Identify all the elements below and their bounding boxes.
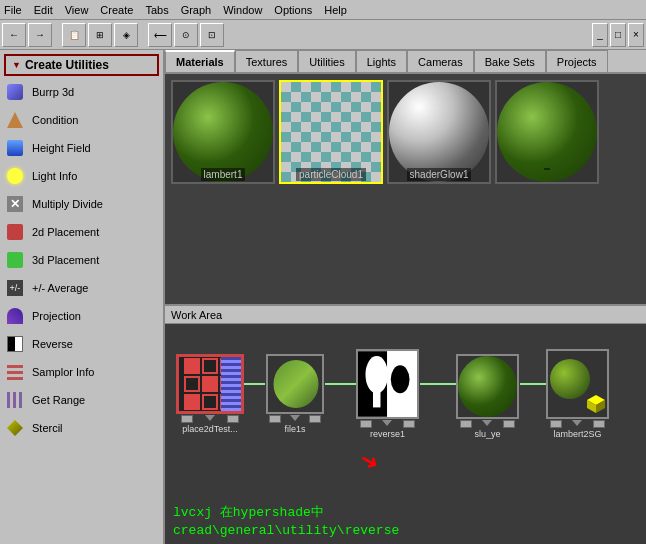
toolbar-arrow-btn[interactable]: ⟵ (148, 23, 172, 47)
menu-window[interactable]: Window (223, 4, 262, 16)
connector-btn[interactable] (550, 420, 562, 428)
menu-graph[interactable]: Graph (181, 4, 212, 16)
create-utilities-header[interactable]: Create Utilities (4, 54, 159, 76)
menu-create[interactable]: Create (100, 4, 133, 16)
node-label: slu_ye (474, 429, 500, 439)
menu-tabs[interactable]: Tabs (145, 4, 168, 16)
material-label: shaderGlow1 (407, 168, 472, 181)
sidebar-item-condition[interactable]: Condition (0, 106, 163, 134)
light-icon (4, 165, 26, 187)
sidebar-item-label: Projection (32, 310, 81, 322)
connector-btn[interactable] (227, 415, 239, 423)
sidebar-item-2d-placement[interactable]: 2d Placement (0, 218, 163, 246)
create-utilities-label: Create Utilities (25, 58, 109, 72)
tab-utilities[interactable]: Utilities (298, 50, 355, 72)
sidebar-item-burrp3d[interactable]: Burrp 3d (0, 78, 163, 106)
svg-rect-7 (373, 389, 380, 408)
sidebar-item-label: +/- Average (32, 282, 88, 294)
tab-textures[interactable]: Textures (235, 50, 299, 72)
tab-projects[interactable]: Projects (546, 50, 608, 72)
node-file1[interactable]: file1s (265, 354, 325, 434)
right-panel: Materials Textures Utilities Lights Came… (165, 50, 646, 544)
connector-arrow[interactable] (572, 420, 582, 426)
sidebar-item-multiply-divide[interactable]: ✕ Multiply Divide (0, 190, 163, 218)
connector-btn[interactable] (269, 415, 281, 423)
materials-area: lambert1 particleCloud1 shaderGlow1 (165, 74, 646, 304)
material-shaderglow1[interactable]: shaderGlow1 (387, 80, 491, 181)
connector-btn[interactable] (181, 415, 193, 423)
tab-lights[interactable]: Lights (356, 50, 407, 72)
material-label (544, 168, 550, 170)
sidebar-item-label: 2d Placement (32, 226, 99, 238)
node-label: reverse1 (370, 429, 405, 439)
sidebar-item-3d-placement[interactable]: 3d Placement (0, 246, 163, 274)
work-area[interactable]: place2dTest... file1s (165, 324, 646, 544)
connector-btn[interactable] (460, 420, 472, 428)
connector-btn[interactable] (309, 415, 321, 423)
node-canvas: place2dTest... file1s (165, 324, 646, 544)
connector-arrow[interactable] (382, 420, 392, 426)
connector-btn[interactable] (503, 420, 515, 428)
main-layout: Create Utilities Burrp 3d Condition Heig… (0, 50, 646, 544)
material-particlecloud1[interactable]: particleCloud1 (279, 80, 383, 181)
sidebar-item-reverse[interactable]: Reverse (0, 330, 163, 358)
node-label: file1s (284, 424, 305, 434)
tabs-row: Materials Textures Utilities Lights Came… (165, 50, 646, 74)
toolbar-minimize-btn[interactable]: _ (592, 23, 608, 47)
sidebar-item-projection[interactable]: Projection (0, 302, 163, 330)
connector-btn[interactable] (360, 420, 372, 428)
connector-arrow[interactable] (482, 420, 492, 426)
sidebar-item-get-range[interactable]: Get Range (0, 386, 163, 414)
placement3d-icon (4, 249, 26, 271)
stercil-icon (4, 417, 26, 439)
menu-help[interactable]: Help (324, 4, 347, 16)
toolbar-back-btn[interactable]: ← (2, 23, 26, 47)
material-lambert1[interactable]: lambert1 (171, 80, 275, 181)
toolbar-close-btn[interactable]: × (628, 23, 644, 47)
info-text-line2: cread\general\utility\reverse (173, 522, 399, 540)
placement2d-icon (4, 221, 26, 243)
menu-view[interactable]: View (65, 4, 89, 16)
node-label: lambert2SG (553, 429, 601, 439)
sidebar-item-label: Light Info (32, 170, 77, 182)
sidebar-item-height-field[interactable]: Height Field (0, 134, 163, 162)
menu-file[interactable]: File (4, 4, 22, 16)
sidebar-item-label: Reverse (32, 338, 73, 350)
connector-btn[interactable] (593, 420, 605, 428)
svg-point-6 (365, 356, 387, 393)
toolbar-diamond-btn[interactable]: ◈ (114, 23, 138, 47)
sidebar-item-average[interactable]: +/- +/- Average (0, 274, 163, 302)
connector-arrow[interactable] (290, 415, 300, 421)
toolbar-copy-btn[interactable]: 📋 (62, 23, 86, 47)
toolbar-square-btn[interactable]: ⊡ (200, 23, 224, 47)
connector-btn[interactable] (403, 420, 415, 428)
material-bottom-green[interactable] (495, 80, 599, 181)
tab-materials[interactable]: Materials (165, 50, 235, 72)
toolbar-maximize-btn[interactable]: □ (610, 23, 626, 47)
node-sluye[interactable]: slu_ye (455, 354, 520, 439)
sidebar-item-label: Get Range (32, 394, 85, 406)
connector-arrow[interactable] (205, 415, 215, 421)
materials-grid: lambert1 particleCloud1 shaderGlow1 (171, 80, 640, 181)
menu-edit[interactable]: Edit (34, 4, 53, 16)
sidebar-item-stercil[interactable]: Stercil (0, 414, 163, 442)
menu-options[interactable]: Options (274, 4, 312, 16)
node-reverse1[interactable]: reverse1 (355, 349, 420, 439)
sidebar-item-label: Samplor Info (32, 366, 94, 378)
tab-bake-sets[interactable]: Bake Sets (474, 50, 546, 72)
tab-cameras[interactable]: Cameras (407, 50, 474, 72)
toolbar-grid-btn[interactable]: ⊞ (88, 23, 112, 47)
work-area-title: Work Area (171, 309, 222, 321)
projection-icon (4, 305, 26, 327)
material-label: particleCloud1 (296, 168, 366, 181)
info-text: lvcxj 在hypershade中 cread\general\utility… (173, 504, 399, 540)
sidebar-item-light-info[interactable]: Light Info (0, 162, 163, 190)
node-lambert2sg[interactable]: lambert2SG (545, 349, 610, 439)
average-icon: +/- (4, 277, 26, 299)
bump-icon (4, 81, 26, 103)
node-place2dtexture[interactable]: place2dTest... (175, 354, 245, 434)
toolbar-forward-btn[interactable]: → (28, 23, 52, 47)
sidebar-item-samplor-info[interactable]: Samplor Info (0, 358, 163, 386)
toolbar-circle-btn[interactable]: ⊙ (174, 23, 198, 47)
sidebar-item-label: 3d Placement (32, 254, 99, 266)
